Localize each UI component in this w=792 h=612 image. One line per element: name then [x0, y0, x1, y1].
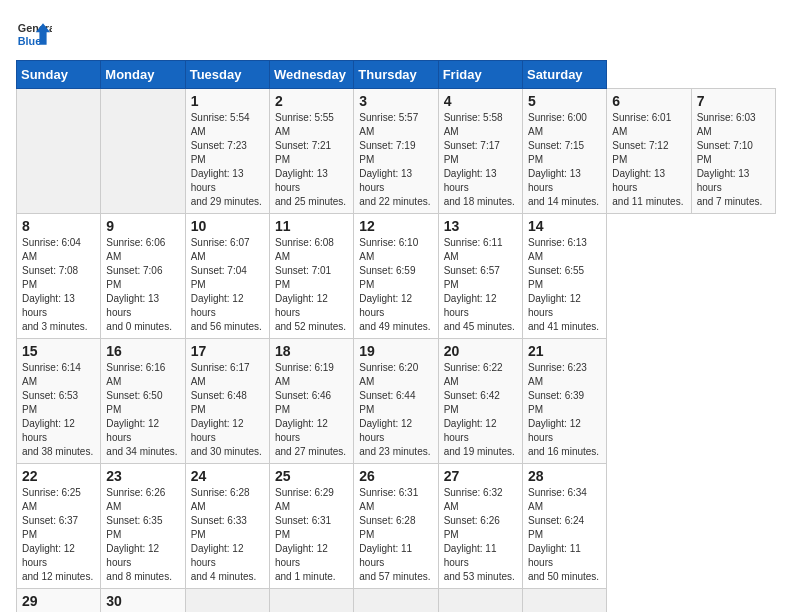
calendar-day-cell: 27Sunrise: 6:32 AM Sunset: 6:26 PM Dayli… [438, 464, 522, 589]
calendar-day-cell: 28Sunrise: 6:34 AM Sunset: 6:24 PM Dayli… [522, 464, 606, 589]
calendar-day-cell: 14Sunrise: 6:13 AM Sunset: 6:55 PM Dayli… [522, 214, 606, 339]
calendar-header: SundayMondayTuesdayWednesdayThursdayFrid… [17, 61, 776, 89]
calendar-day-cell: 4Sunrise: 5:58 AM Sunset: 7:17 PM Daylig… [438, 89, 522, 214]
calendar-day-cell: 11Sunrise: 6:08 AM Sunset: 7:01 PM Dayli… [269, 214, 353, 339]
day-info: Sunrise: 6:08 AM Sunset: 7:01 PM Dayligh… [275, 236, 348, 334]
day-number: 19 [359, 343, 432, 359]
day-info: Sunrise: 6:14 AM Sunset: 6:53 PM Dayligh… [22, 361, 95, 459]
calendar-day-cell: 5Sunrise: 6:00 AM Sunset: 7:15 PM Daylig… [522, 89, 606, 214]
calendar-day-cell [438, 589, 522, 613]
calendar-day-cell [17, 89, 101, 214]
day-number: 23 [106, 468, 179, 484]
day-info: Sunrise: 6:13 AM Sunset: 6:55 PM Dayligh… [528, 236, 601, 334]
day-info: Sunrise: 6:23 AM Sunset: 6:39 PM Dayligh… [528, 361, 601, 459]
day-number: 10 [191, 218, 264, 234]
svg-text:Blue: Blue [18, 35, 41, 47]
day-info: Sunrise: 6:20 AM Sunset: 6:44 PM Dayligh… [359, 361, 432, 459]
calendar-day-cell: 19Sunrise: 6:20 AM Sunset: 6:44 PM Dayli… [354, 339, 438, 464]
calendar-week-row: 8Sunrise: 6:04 AM Sunset: 7:08 PM Daylig… [17, 214, 776, 339]
weekday-header: Thursday [354, 61, 438, 89]
calendar-day-cell: 7Sunrise: 6:03 AM Sunset: 7:10 PM Daylig… [691, 89, 775, 214]
day-number: 27 [444, 468, 517, 484]
calendar-day-cell: 25Sunrise: 6:29 AM Sunset: 6:31 PM Dayli… [269, 464, 353, 589]
calendar-week-row: 29Sunrise: 6:35 AM Sunset: 6:22 PM Dayli… [17, 589, 776, 613]
day-number: 21 [528, 343, 601, 359]
day-number: 8 [22, 218, 95, 234]
calendar-day-cell: 20Sunrise: 6:22 AM Sunset: 6:42 PM Dayli… [438, 339, 522, 464]
day-number: 26 [359, 468, 432, 484]
day-info: Sunrise: 6:17 AM Sunset: 6:48 PM Dayligh… [191, 361, 264, 459]
day-number: 1 [191, 93, 264, 109]
day-number: 15 [22, 343, 95, 359]
calendar-week-row: 1Sunrise: 5:54 AM Sunset: 7:23 PM Daylig… [17, 89, 776, 214]
calendar-day-cell: 30Sunrise: 6:37 AM Sunset: 6:20 PM Dayli… [101, 589, 185, 613]
day-number: 22 [22, 468, 95, 484]
weekday-header: Tuesday [185, 61, 269, 89]
calendar-day-cell [185, 589, 269, 613]
day-info: Sunrise: 6:00 AM Sunset: 7:15 PM Dayligh… [528, 111, 601, 209]
calendar-week-row: 22Sunrise: 6:25 AM Sunset: 6:37 PM Dayli… [17, 464, 776, 589]
calendar-day-cell: 13Sunrise: 6:11 AM Sunset: 6:57 PM Dayli… [438, 214, 522, 339]
day-info: Sunrise: 6:04 AM Sunset: 7:08 PM Dayligh… [22, 236, 95, 334]
weekday-header: Wednesday [269, 61, 353, 89]
day-number: 29 [22, 593, 95, 609]
day-info: Sunrise: 6:31 AM Sunset: 6:28 PM Dayligh… [359, 486, 432, 584]
calendar-day-cell [101, 89, 185, 214]
day-info: Sunrise: 6:06 AM Sunset: 7:06 PM Dayligh… [106, 236, 179, 334]
day-number: 6 [612, 93, 685, 109]
calendar-day-cell: 24Sunrise: 6:28 AM Sunset: 6:33 PM Dayli… [185, 464, 269, 589]
day-number: 14 [528, 218, 601, 234]
day-number: 12 [359, 218, 432, 234]
calendar-day-cell [269, 589, 353, 613]
calendar-day-cell: 22Sunrise: 6:25 AM Sunset: 6:37 PM Dayli… [17, 464, 101, 589]
calendar-day-cell: 8Sunrise: 6:04 AM Sunset: 7:08 PM Daylig… [17, 214, 101, 339]
logo: General Blue [16, 16, 52, 52]
calendar-day-cell: 12Sunrise: 6:10 AM Sunset: 6:59 PM Dayli… [354, 214, 438, 339]
day-info: Sunrise: 5:55 AM Sunset: 7:21 PM Dayligh… [275, 111, 348, 209]
day-number: 2 [275, 93, 348, 109]
calendar-day-cell [354, 589, 438, 613]
day-number: 20 [444, 343, 517, 359]
day-number: 4 [444, 93, 517, 109]
day-number: 11 [275, 218, 348, 234]
day-info: Sunrise: 6:16 AM Sunset: 6:50 PM Dayligh… [106, 361, 179, 459]
day-info: Sunrise: 6:26 AM Sunset: 6:35 PM Dayligh… [106, 486, 179, 584]
day-info: Sunrise: 5:58 AM Sunset: 7:17 PM Dayligh… [444, 111, 517, 209]
weekday-header: Saturday [522, 61, 606, 89]
day-number: 30 [106, 593, 179, 609]
day-info: Sunrise: 5:57 AM Sunset: 7:19 PM Dayligh… [359, 111, 432, 209]
calendar-day-cell: 2Sunrise: 5:55 AM Sunset: 7:21 PM Daylig… [269, 89, 353, 214]
day-info: Sunrise: 5:54 AM Sunset: 7:23 PM Dayligh… [191, 111, 264, 209]
calendar-day-cell: 23Sunrise: 6:26 AM Sunset: 6:35 PM Dayli… [101, 464, 185, 589]
day-info: Sunrise: 6:11 AM Sunset: 6:57 PM Dayligh… [444, 236, 517, 334]
day-info: Sunrise: 6:01 AM Sunset: 7:12 PM Dayligh… [612, 111, 685, 209]
day-number: 28 [528, 468, 601, 484]
calendar-day-cell: 3Sunrise: 5:57 AM Sunset: 7:19 PM Daylig… [354, 89, 438, 214]
calendar-day-cell: 9Sunrise: 6:06 AM Sunset: 7:06 PM Daylig… [101, 214, 185, 339]
day-number: 24 [191, 468, 264, 484]
day-info: Sunrise: 6:34 AM Sunset: 6:24 PM Dayligh… [528, 486, 601, 584]
calendar-day-cell: 21Sunrise: 6:23 AM Sunset: 6:39 PM Dayli… [522, 339, 606, 464]
calendar-day-cell: 10Sunrise: 6:07 AM Sunset: 7:04 PM Dayli… [185, 214, 269, 339]
day-info: Sunrise: 6:03 AM Sunset: 7:10 PM Dayligh… [697, 111, 770, 209]
day-number: 13 [444, 218, 517, 234]
weekday-header: Sunday [17, 61, 101, 89]
calendar-day-cell: 17Sunrise: 6:17 AM Sunset: 6:48 PM Dayli… [185, 339, 269, 464]
day-info: Sunrise: 6:10 AM Sunset: 6:59 PM Dayligh… [359, 236, 432, 334]
day-number: 18 [275, 343, 348, 359]
calendar-day-cell: 16Sunrise: 6:16 AM Sunset: 6:50 PM Dayli… [101, 339, 185, 464]
day-info: Sunrise: 6:22 AM Sunset: 6:42 PM Dayligh… [444, 361, 517, 459]
day-number: 16 [106, 343, 179, 359]
calendar-day-cell: 1Sunrise: 5:54 AM Sunset: 7:23 PM Daylig… [185, 89, 269, 214]
calendar-week-row: 15Sunrise: 6:14 AM Sunset: 6:53 PM Dayli… [17, 339, 776, 464]
calendar-day-cell: 6Sunrise: 6:01 AM Sunset: 7:12 PM Daylig… [607, 89, 691, 214]
day-info: Sunrise: 6:32 AM Sunset: 6:26 PM Dayligh… [444, 486, 517, 584]
calendar-day-cell: 29Sunrise: 6:35 AM Sunset: 6:22 PM Dayli… [17, 589, 101, 613]
header: General Blue [16, 16, 776, 52]
calendar-day-cell: 18Sunrise: 6:19 AM Sunset: 6:46 PM Dayli… [269, 339, 353, 464]
calendar-day-cell: 26Sunrise: 6:31 AM Sunset: 6:28 PM Dayli… [354, 464, 438, 589]
day-info: Sunrise: 6:25 AM Sunset: 6:37 PM Dayligh… [22, 486, 95, 584]
day-number: 25 [275, 468, 348, 484]
calendar-day-cell [522, 589, 606, 613]
day-info: Sunrise: 6:28 AM Sunset: 6:33 PM Dayligh… [191, 486, 264, 584]
